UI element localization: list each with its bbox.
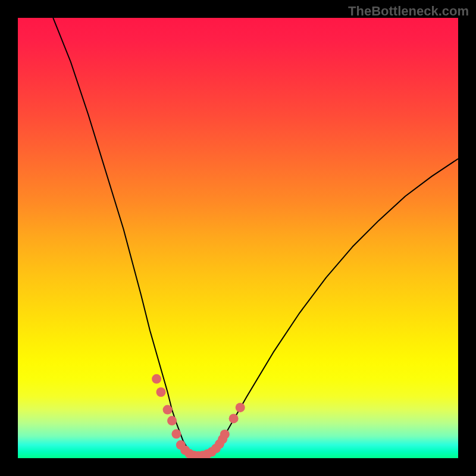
chart-plot-area: [18, 18, 458, 458]
highlight-dot: [152, 374, 161, 384]
chart-svg: [18, 18, 458, 458]
bottleneck-curve-line: [53, 18, 458, 456]
highlight-dot: [156, 387, 166, 397]
watermark-text: TheBottleneck.com: [348, 4, 469, 19]
highlight-dot: [236, 403, 245, 412]
highlight-dot: [171, 429, 181, 439]
highlight-dot: [167, 416, 177, 425]
highlight-dot: [229, 414, 239, 423]
highlight-dot: [220, 430, 230, 439]
highlight-dot: [163, 405, 173, 415]
